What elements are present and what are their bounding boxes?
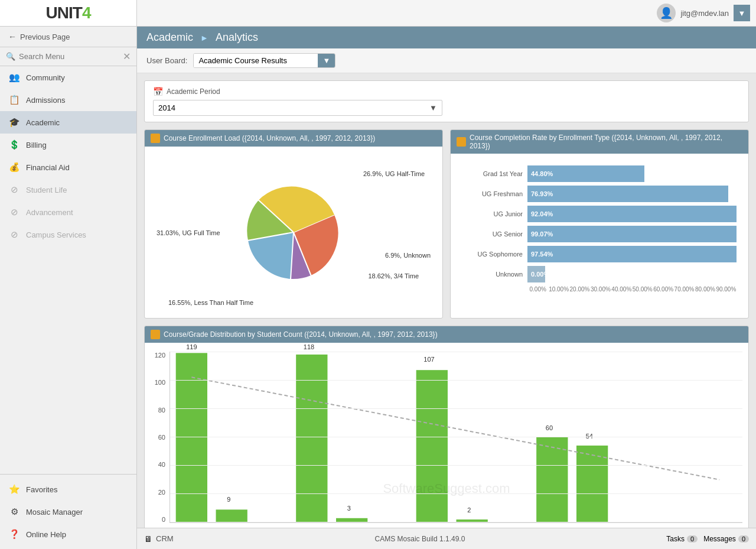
bar-A-minus	[216, 509, 247, 522]
bar-row-grad1year: Grad 1st Year 44.80%	[462, 165, 737, 182]
bottom-right: Tasks 0 Messages 0	[666, 535, 749, 543]
period-select-row: 2014 2013 2012 ▼	[153, 100, 740, 116]
bar-label: UG Junior	[462, 210, 527, 217]
mosaic-manager-icon: ⚙	[8, 506, 20, 518]
bar-label-C-minus: 2	[467, 506, 471, 514]
axis-label: 30.00%	[590, 286, 611, 293]
sidebar-item-academic[interactable]: 🎓 Academic	[0, 111, 136, 134]
sidebar-item-admissions[interactable]: 📋 Admissions	[0, 89, 136, 111]
bar-row-ug-junior: UG Junior 92.04%	[462, 206, 737, 222]
period-label: 📅 Academic Period	[153, 87, 740, 96]
bar-fill: 99.07%	[527, 226, 737, 242]
bottom-left: 🖥 CRM	[144, 534, 174, 544]
sidebar-item-label: Student Life	[26, 186, 67, 194]
sidebar-item-label: Campus Services	[26, 230, 86, 239]
sidebar-item-campus-services: ⊘ Campus Services	[0, 223, 136, 246]
pie-label-ug-half-time: 26.9%, UG Half-Time	[363, 170, 425, 177]
bar-label: UG Freshman	[462, 190, 527, 197]
academic-icon: 🎓	[8, 116, 20, 128]
prev-page-arrow-icon: ←	[8, 32, 17, 41]
bar-fill: 97.54%	[527, 246, 737, 262]
bar-label: Grad 1st Year	[462, 170, 527, 177]
grade-chart-header: Course/Grade Distribution by Student Cou…	[145, 326, 748, 343]
admissions-icon: 📋	[8, 94, 20, 106]
bar-row-unknown: Unknown 0.00%	[462, 266, 737, 282]
bar-label: UG Senior	[462, 230, 527, 238]
sidebar-bottom: ⭐ Favorites ⚙ Mosaic Manager ❓ Online He…	[0, 474, 136, 549]
sidebar-item-student-life: ⊘ Student Life	[0, 178, 136, 201]
bar-label-A: 119	[186, 343, 197, 350]
bar-label-A-minus: 9	[227, 496, 230, 503]
enrollment-chart-header: Course Enrollment Load ({2014, Unknown, …	[145, 130, 442, 147]
bar-fill: 92.04%	[527, 206, 737, 222]
tasks-badge[interactable]: Tasks 0	[666, 535, 698, 543]
grade-chart-icon	[151, 330, 160, 339]
tasks-count: 0	[687, 535, 698, 542]
sidebar-item-online-help[interactable]: ❓ Online Help	[0, 523, 136, 545]
user-menu-button[interactable]: ▼	[734, 5, 750, 21]
user-name: jitg@mdev.lan	[680, 9, 729, 18]
bar-B-minus	[336, 518, 367, 522]
top-bar: UNIT4 👤 jitg@mdev.lan ▼	[0, 0, 756, 27]
grade-chart-title: Course/Grade Distribution by Student Cou…	[164, 330, 438, 339]
bar-label: Unknown	[462, 271, 527, 278]
prev-page-label: Previous Page	[20, 33, 70, 41]
clear-search-icon[interactable]: ✕	[123, 51, 131, 62]
bottom-bar: 🖥 CRM CAMS Mosaic Build 1.1.49.0 Tasks 0…	[137, 528, 756, 549]
user-board-select[interactable]: Academic Course Results Course Summary	[194, 54, 318, 67]
sidebar-item-financial-aid[interactable]: 💰 Financial Aid	[0, 156, 136, 178]
axis-label: 0.00%	[527, 286, 548, 293]
sidebar-item-mosaic-manager[interactable]: ⚙ Mosaic Manager	[0, 501, 136, 523]
axis-label: 60.00%	[653, 286, 673, 293]
sidebar-nav: 👥 Community 📋 Admissions 🎓 Academic 💲 Bi…	[0, 66, 136, 474]
bar-chart-rows: Grad 1st Year 44.80% UG Freshman 76.93%	[457, 160, 742, 295]
completion-chart-header: Course Completion Rate by Enrollment Typ…	[451, 130, 748, 154]
bar-label-B-minus: 3	[347, 505, 351, 512]
bar-C-minus	[457, 519, 488, 522]
sidebar-item-billing[interactable]: 💲 Billing	[0, 134, 136, 156]
bar-row-ug-sophomore: UG Sophomore 97.54%	[462, 246, 737, 262]
bar-fill: 76.93%	[527, 186, 728, 202]
pie-label-unknown: 6.9%, Unknown	[385, 252, 431, 259]
axis-label: 80.00%	[695, 286, 715, 293]
financial-aid-icon: 💰	[8, 161, 20, 173]
y-label: 0	[162, 516, 165, 523]
bar-F	[576, 446, 608, 522]
pie-chart-svg	[229, 167, 359, 297]
sidebar-item-favorites[interactable]: ⭐ Favorites	[0, 478, 136, 501]
sidebar-item-advancement: ⊘ Advancement	[0, 201, 136, 223]
messages-badge[interactable]: Messages 0	[703, 535, 749, 543]
prev-page-button[interactable]: ← Previous Page	[0, 27, 136, 47]
pie-label-3-4-time: 18.62%, 3/4 Time	[368, 272, 419, 280]
axis-label: 10.00%	[548, 286, 569, 293]
search-input[interactable]	[19, 52, 119, 61]
completion-chart-title: Course Completion Rate by Enrollment Typ…	[470, 134, 742, 150]
grade-chart-area: 119 9 118 3	[170, 352, 742, 523]
enrollment-chart-icon	[151, 134, 160, 143]
bar-row-ug-freshman: UG Freshman 76.93%	[462, 186, 737, 202]
logo-text: UNIT4	[46, 4, 91, 22]
bar-fill: 0.00%	[527, 266, 545, 282]
sidebar-item-label: Academic	[26, 118, 60, 127]
grade-bars-svg: 119 9 118 3	[170, 352, 742, 522]
sidebar-item-community[interactable]: 👥 Community	[0, 66, 136, 89]
breadcrumb-arrow-icon: ►	[200, 33, 208, 43]
bar-axis: 0.00% 10.00% 20.00% 30.00% 40.00% 50.00%…	[462, 286, 737, 293]
student-life-icon: ⊘	[8, 184, 20, 196]
grade-chart-body: 120 100 80 60 40 20 0	[145, 343, 748, 528]
campus-services-icon: ⊘	[8, 229, 20, 241]
sidebar-item-label: Financial Aid	[26, 163, 70, 172]
enrollment-chart-card: Course Enrollment Load ({2014, Unknown, …	[144, 129, 443, 319]
user-board-dropdown-button[interactable]: ▼	[318, 54, 335, 67]
axis-label: 20.00%	[569, 286, 590, 293]
billing-icon: 💲	[8, 139, 20, 151]
content-area: ← Previous Page 🔍 ✕ 👥 Community 📋 A	[0, 27, 756, 549]
period-select[interactable]: 2014 2013 2012	[153, 100, 442, 116]
completion-chart-icon	[457, 137, 466, 147]
sidebar: ← Previous Page 🔍 ✕ 👥 Community 📋 A	[0, 27, 137, 549]
bar-label-B: 118	[304, 343, 314, 350]
search-bar: 🔍 ✕	[0, 47, 136, 66]
grade-y-axis: 120 100 80 60 40 20 0	[148, 352, 165, 523]
crm-label[interactable]: CRM	[156, 534, 174, 543]
completion-chart-body: Grad 1st Year 44.80% UG Freshman 76.93%	[451, 154, 748, 301]
